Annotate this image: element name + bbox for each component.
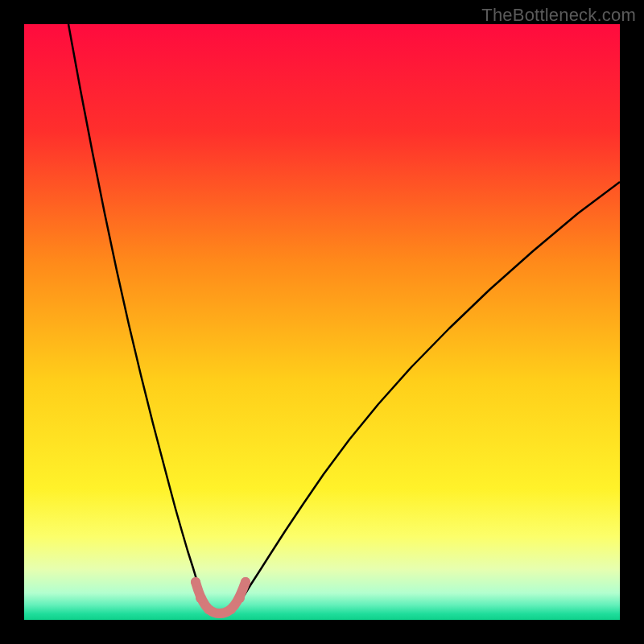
series-trough-accent-dot [235, 593, 245, 603]
series-trough-accent-dot [215, 609, 225, 618]
series-trough-accent-dot [191, 577, 200, 587]
series-trough-accent-dot [196, 593, 205, 603]
watermark-text: TheBottleneck.com [481, 5, 636, 26]
bottleneck-chart [24, 24, 620, 620]
chart-background [24, 24, 620, 620]
chart-frame [24, 24, 620, 620]
series-trough-accent-dot [204, 605, 213, 614]
series-trough-accent-dot [226, 605, 236, 614]
series-trough-accent-dot [241, 577, 250, 587]
